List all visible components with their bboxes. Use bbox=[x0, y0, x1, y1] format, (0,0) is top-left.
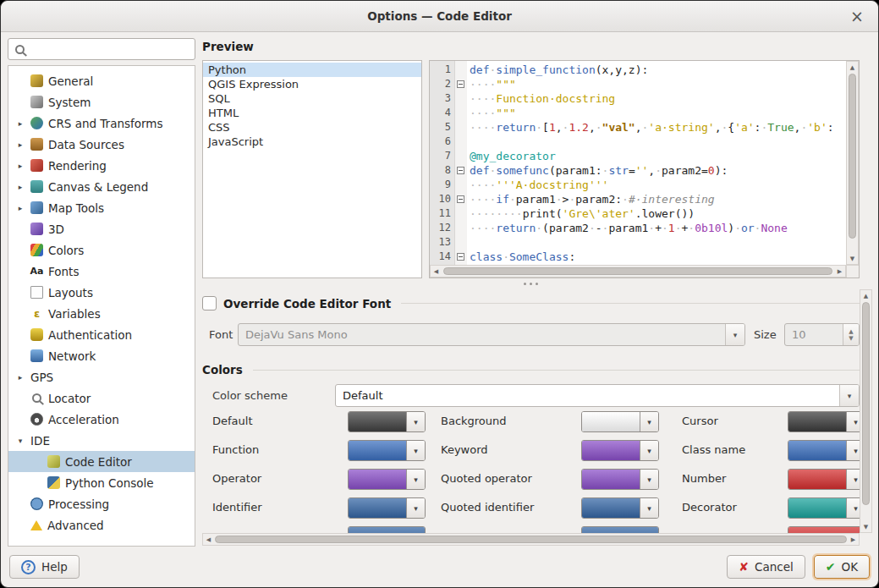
sidebar-item-label: General bbox=[48, 74, 93, 88]
chevron-right-icon[interactable]: ▸ bbox=[15, 140, 25, 149]
chevron-down-icon[interactable]: ▾ bbox=[640, 498, 658, 518]
scroll-up-icon[interactable]: ▲ bbox=[847, 62, 858, 73]
chevron-right-icon[interactable]: ▸ bbox=[15, 373, 25, 382]
fold-marker-icon[interactable] bbox=[457, 195, 464, 203]
sidebar-item-python-console[interactable]: Python Console bbox=[8, 472, 195, 493]
color-swatch-background[interactable]: ▾ bbox=[581, 411, 659, 432]
color-swatch-identifier[interactable]: ▾ bbox=[348, 497, 426, 519]
sidebar-item-label: Layouts bbox=[48, 286, 93, 299]
color-swatch-partial[interactable] bbox=[581, 526, 659, 533]
sidebar-item-system[interactable]: System bbox=[8, 91, 195, 113]
color-swatch-default[interactable]: ▾ bbox=[348, 411, 426, 432]
sidebar-item-network[interactable]: Network bbox=[8, 345, 195, 366]
scroll-right-icon[interactable]: ▶ bbox=[834, 266, 845, 277]
chevron-down-icon[interactable]: ▾ bbox=[846, 412, 860, 431]
scrollbar-thumb[interactable] bbox=[862, 302, 870, 505]
scroll-right-icon[interactable]: ▶ bbox=[848, 534, 859, 545]
sidebar-item-rendering[interactable]: ▸Rendering bbox=[8, 155, 195, 176]
color-swatch-class-name[interactable]: ▾ bbox=[788, 440, 860, 461]
color-setting-label: Keyword bbox=[441, 443, 488, 456]
fold-marker-icon[interactable] bbox=[457, 253, 464, 261]
settings-vertical-scrollbar[interactable]: ▲ ▼ bbox=[860, 289, 872, 533]
chevron-down-icon[interactable]: ▾ bbox=[846, 470, 860, 489]
chevron-right-icon[interactable]: ▸ bbox=[15, 162, 25, 170]
sidebar-item-variables[interactable]: Variables bbox=[8, 303, 195, 324]
chevron-right-icon[interactable]: ▸ bbox=[15, 119, 25, 128]
scrollbar-thumb[interactable] bbox=[849, 74, 856, 239]
sidebar-item-ide[interactable]: ▾IDE bbox=[8, 430, 195, 451]
chevron-down-icon[interactable]: ▾ bbox=[640, 441, 658, 460]
color-swatch-decorator[interactable]: ▾ bbox=[788, 497, 860, 519]
titlebar[interactable]: Options — Code Editor × bbox=[1, 1, 878, 32]
close-button[interactable]: × bbox=[848, 7, 866, 25]
sidebar-item-3d[interactable]: 3D bbox=[8, 218, 195, 239]
color-swatch-quoted-operator[interactable]: ▾ bbox=[581, 469, 659, 490]
sidebar-item-crs-and-transforms[interactable]: ▸CRS and Transforms bbox=[8, 113, 195, 134]
sidebar-item-data-sources[interactable]: ▸Data Sources bbox=[8, 134, 195, 155]
splitter-handle[interactable] bbox=[202, 278, 860, 289]
color-setting-label: Identifier bbox=[212, 501, 262, 514]
chevron-right-icon[interactable]: ▸ bbox=[15, 183, 25, 191]
sidebar-item-acceleration[interactable]: Acceleration bbox=[8, 409, 195, 430]
help-button[interactable]: ? Help bbox=[9, 555, 80, 579]
language-item-python[interactable]: Python bbox=[203, 63, 421, 77]
scroll-left-icon[interactable]: ◀ bbox=[203, 534, 214, 545]
color-swatch-partial[interactable] bbox=[348, 526, 426, 533]
language-item-sql[interactable]: SQL bbox=[203, 91, 421, 106]
code-fold-margin bbox=[455, 61, 467, 265]
chevron-down-icon[interactable]: ▾ bbox=[846, 498, 860, 518]
sidebar-item-authentication[interactable]: Authentication bbox=[8, 324, 195, 345]
sidebar-item-label: 3D bbox=[48, 223, 64, 236]
sidebar-item-code-editor[interactable]: Code Editor bbox=[8, 451, 195, 472]
search-input[interactable] bbox=[31, 42, 190, 57]
chevron-right-icon[interactable]: ▸ bbox=[15, 204, 25, 212]
color-swatch-partial[interactable] bbox=[788, 526, 860, 533]
chevron-down-icon[interactable]: ▾ bbox=[15, 437, 25, 445]
chevron-down-icon[interactable]: ▾ bbox=[640, 470, 658, 489]
settings-horizontal-scrollbar[interactable]: ◀ ▶ bbox=[202, 533, 860, 546]
sidebar-item-layouts[interactable]: Layouts bbox=[8, 282, 195, 303]
color-swatch-number[interactable]: ▾ bbox=[788, 469, 860, 490]
chevron-down-icon[interactable]: ▾ bbox=[640, 412, 658, 431]
language-item-qgis-expression[interactable]: QGIS Expression bbox=[203, 77, 421, 91]
code-horizontal-scrollbar[interactable]: ◀ ▶ bbox=[430, 265, 846, 278]
general-icon bbox=[30, 74, 43, 87]
scrollbar-thumb[interactable] bbox=[443, 267, 832, 275]
sidebar-item-locator[interactable]: Locator bbox=[8, 387, 195, 409]
sidebar-item-advanced[interactable]: Advanced bbox=[8, 514, 195, 536]
sidebar-item-label: CRS and Transforms bbox=[48, 117, 163, 130]
scroll-up-icon[interactable]: ▲ bbox=[860, 290, 871, 301]
scroll-left-icon[interactable]: ◀ bbox=[431, 266, 442, 277]
chevron-down-icon[interactable]: ▾ bbox=[406, 470, 425, 489]
color-swatch-keyword[interactable]: ▾ bbox=[581, 440, 659, 461]
chevron-down-icon[interactable]: ▾ bbox=[406, 412, 425, 431]
scrollbar-thumb[interactable] bbox=[215, 536, 847, 543]
sidebar-item-map-tools[interactable]: ▸Map Tools bbox=[8, 197, 195, 218]
fold-marker-icon[interactable] bbox=[457, 167, 464, 174]
chevron-down-icon[interactable]: ▾ bbox=[846, 441, 860, 460]
search-box[interactable] bbox=[8, 38, 195, 60]
color-swatch-quoted-identifier[interactable]: ▾ bbox=[581, 497, 659, 519]
code-vertical-scrollbar[interactable]: ▲ ▼ bbox=[846, 61, 859, 265]
language-item-html[interactable]: HTML bbox=[203, 106, 421, 120]
sidebar-item-colors[interactable]: Colors bbox=[8, 239, 195, 261]
sidebar-item-general[interactable]: General bbox=[8, 70, 195, 91]
scroll-down-icon[interactable]: ▼ bbox=[847, 253, 858, 264]
color-swatch-fill bbox=[788, 527, 860, 533]
sidebar-item-gps[interactable]: ▸GPS bbox=[8, 366, 195, 387]
cancel-button[interactable]: ✘ Cancel bbox=[727, 555, 805, 579]
chevron-down-icon[interactable]: ▾ bbox=[406, 441, 425, 460]
chevron-down-icon[interactable]: ▾ bbox=[406, 498, 425, 518]
color-swatch-operator[interactable]: ▾ bbox=[348, 469, 426, 490]
color-swatch-cursor[interactable]: ▾ bbox=[788, 411, 860, 432]
sidebar-item-processing[interactable]: Processing bbox=[8, 493, 195, 514]
fold-marker-icon[interactable] bbox=[457, 80, 464, 88]
sidebar-item-fonts[interactable]: Fonts bbox=[8, 261, 195, 282]
ok-button[interactable]: ✔ OK bbox=[814, 555, 870, 579]
language-item-css[interactable]: CSS bbox=[203, 120, 421, 135]
color-swatch-function[interactable]: ▾ bbox=[348, 440, 426, 461]
language-item-javascript[interactable]: JavaScript bbox=[203, 135, 421, 149]
preview-area: PythonQGIS ExpressionSQLHTMLCSSJavaScrip… bbox=[202, 60, 860, 278]
scroll-down-icon[interactable]: ▼ bbox=[860, 521, 871, 532]
sidebar-item-canvas-legend[interactable]: ▸Canvas & Legend bbox=[8, 176, 195, 197]
